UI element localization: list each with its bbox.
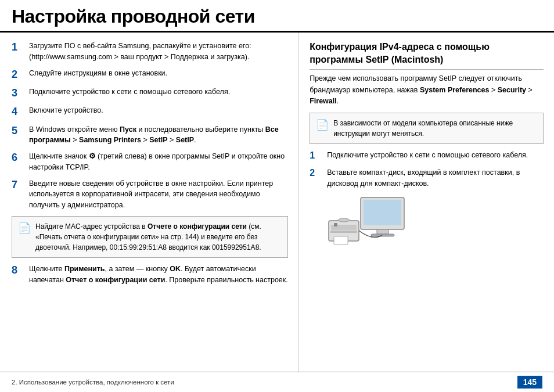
step-3: 3 Подключите устройство к сети с помощью… [12,87,288,100]
step-3-text: Подключите устройство к сети с помощью с… [29,87,288,98]
page-title: Настройка проводной сети [12,6,542,27]
printer-svg [326,195,407,258]
step-1-num: 1 [12,41,24,54]
step-6-num: 6 [12,151,24,164]
step-1: 1 Загрузите ПО с веб-сайта Samsung, расп… [12,41,288,63]
step-6: 6 Щелкните значок ⚙ (третий слева) в окн… [12,151,288,173]
step-3-num: 3 [12,87,24,100]
step-7-text: Введите новые сведения об устройстве в о… [29,178,288,211]
right-section-title: Конфигурация IPv4-адреса с помощью прогр… [310,41,544,70]
svg-rect-1 [364,200,401,225]
page-footer: 2. Использование устройства, подключенно… [0,372,554,392]
svg-rect-6 [334,223,337,226]
step-7: 7 Введите новые сведения об устройстве в… [12,178,288,211]
right-step-1-num: 1 [310,150,322,162]
right-section-desc: Прежде чем использовать программу SetIP … [310,73,544,107]
step-8-num: 8 [12,264,24,277]
svg-rect-2 [377,229,388,234]
left-note-box: 📄 Найдите MAC-адрес устройства в Отчете … [12,216,288,258]
step-5: 5 В Windows откройте меню Пуск и последо… [12,124,288,146]
step-5-num: 5 [12,124,24,138]
right-column: Конфигурация IPv4-адреса с помощью прогр… [299,33,554,372]
step-2-text: Следуйте инструкциям в окне установки. [29,68,288,79]
main-content: 1 Загрузите ПО с веб-сайта Samsung, расп… [0,33,554,372]
left-note-text: Найдите MAC-адрес устройства в Отчете о … [35,221,282,253]
step-8-text: Щелкните Применить, а затем — кнопку OK.… [29,264,288,286]
svg-rect-3 [371,234,394,236]
step-4-num: 4 [12,105,24,118]
svg-point-9 [338,218,350,222]
svg-rect-8 [334,236,348,244]
step-4: 4 Включите устройство. [12,105,288,118]
page-header: Настройка проводной сети [0,0,554,33]
svg-rect-7 [330,231,357,233]
right-note-box: 📄 В зависимости от модели компьютера опи… [310,113,544,144]
step-2-num: 2 [12,68,24,81]
step-1-text: Загрузите ПО с веб-сайта Samsung, распак… [29,41,288,63]
page: Настройка проводной сети 1 Загрузите ПО … [0,0,554,392]
footer-page-number: 145 [517,376,542,389]
right-step-1-text: Подключите устройство к сети с помощью с… [327,150,544,161]
right-step-2-text: Вставьте компакт-диск, входящий в компле… [327,167,544,189]
note-icon: 📄 [18,222,31,235]
right-step-2-num: 2 [310,167,322,179]
step-5-text: В Windows откройте меню Пуск и последова… [29,124,288,146]
footer-text: 2. Использование устройства, подключенно… [12,379,174,386]
step-4-text: Включите устройство. [29,105,288,116]
step-8: 8 Щелкните Применить, а затем — кнопку O… [12,264,288,286]
printer-illustration [326,195,407,258]
step-2: 2 Следуйте инструкциям в окне установки. [12,68,288,81]
right-note-icon: 📄 [316,118,329,131]
right-step-1: 1 Подключите устройство к сети с помощью… [310,150,544,162]
right-note-text: В зависимости от модели компьютера описа… [333,118,537,139]
left-column: 1 Загрузите ПО с веб-сайта Samsung, расп… [0,33,299,372]
step-7-num: 7 [12,178,24,192]
right-step-2: 2 Вставьте компакт-диск, входящий в комп… [310,167,544,189]
step-6-text: Щелкните значок ⚙ (третий слева) в окне … [29,151,288,173]
